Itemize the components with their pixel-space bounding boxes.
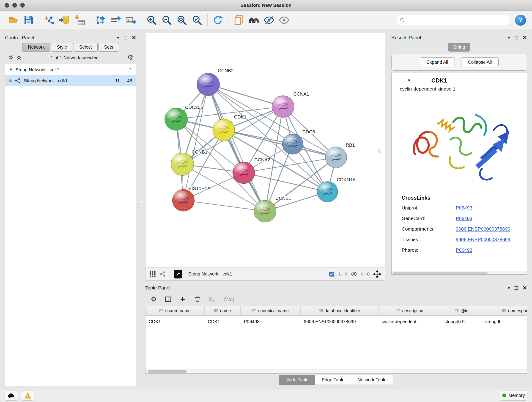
column-header[interactable]: @id xyxy=(441,306,482,315)
cell-canonical-name[interactable]: P06493 xyxy=(241,319,301,324)
network-canvas[interactable]: CCNB2CCNA1CDC25BCDK1CDC6RB1CCNB1CCNA2CDK… xyxy=(146,33,385,268)
string-tab[interactable]: String xyxy=(448,43,470,51)
table-row[interactable]: CDK1 CDK1 P06493 9606.ENSP00000378699 cy… xyxy=(146,316,527,327)
export-network-button[interactable] xyxy=(93,13,108,28)
scrollbar-thumb[interactable] xyxy=(148,370,187,373)
table-horizontal-scrollbar[interactable] xyxy=(146,369,527,373)
column-header[interactable]: database identifier xyxy=(301,306,379,315)
column-header[interactable]: namespace xyxy=(482,306,527,315)
tab-style[interactable]: Style xyxy=(51,43,73,51)
pharos-link[interactable]: P06493 xyxy=(456,247,517,253)
network-edge[interactable] xyxy=(244,172,328,191)
cell-database-identifier[interactable]: 9606.ENSP00000378699 xyxy=(301,319,379,324)
network-node-CCNB2[interactable]: CCNB2 xyxy=(197,68,234,96)
tab-sets[interactable]: Sets xyxy=(98,43,119,51)
cell-name[interactable]: CDK1 xyxy=(205,319,241,324)
tree-expand-icon[interactable]: ▼ xyxy=(9,67,13,72)
export-image-button[interactable] xyxy=(123,13,138,28)
split-columns-icon[interactable] xyxy=(165,296,172,303)
close-panel-icon[interactable]: ✕ xyxy=(132,35,136,40)
results-scrollbar[interactable] xyxy=(392,271,527,274)
network-edge[interactable] xyxy=(224,130,336,157)
export-table-button[interactable] xyxy=(108,13,123,28)
network-edge[interactable] xyxy=(208,84,283,107)
warnings-button[interactable] xyxy=(21,390,34,401)
table-options-gear-icon[interactable]: ⚙ xyxy=(151,296,157,303)
network-edge[interactable] xyxy=(183,84,208,200)
network-node-CCNA1[interactable]: CCNA1 xyxy=(272,91,309,117)
column-header[interactable]: shared name xyxy=(146,306,205,315)
float-panel-icon[interactable] xyxy=(515,36,518,39)
grid-view-icon[interactable] xyxy=(149,271,156,278)
hide-panels-button[interactable] xyxy=(261,13,277,28)
column-header[interactable]: canonical name xyxy=(241,306,301,315)
cell-namespace[interactable]: stringdb xyxy=(482,319,527,324)
float-panel-icon[interactable] xyxy=(515,286,518,290)
clone-network-button[interactable] xyxy=(231,13,246,28)
zoom-fit-button[interactable] xyxy=(174,13,190,28)
section-expand-icon[interactable]: ▼ xyxy=(407,78,411,83)
network-options-gear-icon[interactable]: ⚙ xyxy=(127,54,133,61)
hidden-eye-slash-icon[interactable] xyxy=(351,271,357,277)
cell-id[interactable]: stringdb:9... xyxy=(441,319,482,324)
network-node-CDK1[interactable]: CDK1 xyxy=(213,114,246,141)
zoom-out-button[interactable] xyxy=(159,13,174,28)
zoom-selected-button[interactable] xyxy=(190,13,205,28)
network-edge[interactable] xyxy=(183,200,265,211)
home-button[interactable] xyxy=(246,13,261,28)
tab-edge-table[interactable]: Edge Table xyxy=(315,375,351,385)
network-node-HIST1H1A[interactable]: HIST1H1A xyxy=(172,186,210,211)
save-session-button[interactable] xyxy=(21,13,36,28)
splitter-handle[interactable] xyxy=(334,275,337,278)
import-network-from-database-button[interactable] xyxy=(57,13,72,28)
cell-description[interactable]: cyclin-dependent ... xyxy=(379,319,441,324)
tab-node-table[interactable]: Node Table xyxy=(279,375,315,385)
column-header[interactable]: description xyxy=(379,306,441,315)
pan-crosshair-icon[interactable] xyxy=(373,270,381,278)
protein-section-header[interactable]: ▼ CDK1 xyxy=(392,73,527,86)
collapse-panel-icon[interactable]: ▾ xyxy=(117,36,119,40)
zoom-in-button[interactable] xyxy=(144,13,159,28)
network-row[interactable]: String Network - cdk1 11 48 xyxy=(5,75,136,86)
tissues-link[interactable]: 9606.ENSP00000378699 xyxy=(456,237,517,242)
import-table-from-file-button[interactable] xyxy=(72,13,87,28)
collapse-panel-icon[interactable]: ▾ xyxy=(508,36,510,40)
show-panel-button[interactable] xyxy=(277,13,292,28)
network-node-CDKN1A[interactable]: CDKN1A xyxy=(317,177,356,202)
network-node-CCNB1[interactable]: CCNB1 xyxy=(171,149,207,175)
splitter-handle[interactable] xyxy=(137,204,140,208)
cell-shared-name[interactable]: CDK1 xyxy=(146,319,205,324)
collapse-all-button[interactable]: Collapse All xyxy=(461,57,499,67)
open-session-button[interactable] xyxy=(6,13,21,28)
selected-checkbox-icon[interactable] xyxy=(329,271,335,277)
float-panel-icon[interactable] xyxy=(124,36,127,39)
refresh-network-button[interactable] xyxy=(210,13,225,28)
help-button[interactable]: ? xyxy=(515,15,526,26)
genecard-link[interactable]: P06493 xyxy=(456,216,517,221)
search-input[interactable] xyxy=(407,17,506,23)
import-network-from-file-button[interactable] xyxy=(42,13,57,28)
network-edge[interactable] xyxy=(208,84,265,211)
tab-network-table[interactable]: Network Table xyxy=(351,375,393,385)
tab-network[interactable]: Network xyxy=(22,43,51,51)
uniprot-link[interactable]: P06493 xyxy=(456,205,517,211)
collapse-all-icon[interactable] xyxy=(8,55,14,61)
search-field[interactable] xyxy=(397,15,509,25)
column-header[interactable]: name xyxy=(205,306,241,315)
cloud-button[interactable] xyxy=(5,390,18,401)
collapse-panel-icon[interactable]: ▾ xyxy=(508,286,510,290)
expand-all-icon[interactable] xyxy=(16,55,22,61)
close-panel-icon[interactable]: ✕ xyxy=(523,285,527,291)
add-column-icon[interactable] xyxy=(179,296,186,303)
close-panel-icon[interactable]: ✕ xyxy=(523,35,527,40)
network-node-RB1[interactable]: RB1 xyxy=(325,143,355,168)
expand-all-button[interactable]: Expand All xyxy=(420,57,455,67)
network-view-icon[interactable] xyxy=(160,271,166,277)
birds-eye-view-button[interactable]: ↗ xyxy=(174,270,182,279)
delete-column-icon[interactable] xyxy=(194,296,201,303)
tab-select[interactable]: Select xyxy=(74,43,98,51)
memory-button[interactable]: Memory xyxy=(500,390,527,401)
compartments-link[interactable]: 9606.ENSP00000378699 xyxy=(456,226,517,232)
network-collection-row[interactable]: ▼ String Network - cdk1 1 xyxy=(5,64,136,75)
splitter-handle[interactable] xyxy=(378,149,381,153)
